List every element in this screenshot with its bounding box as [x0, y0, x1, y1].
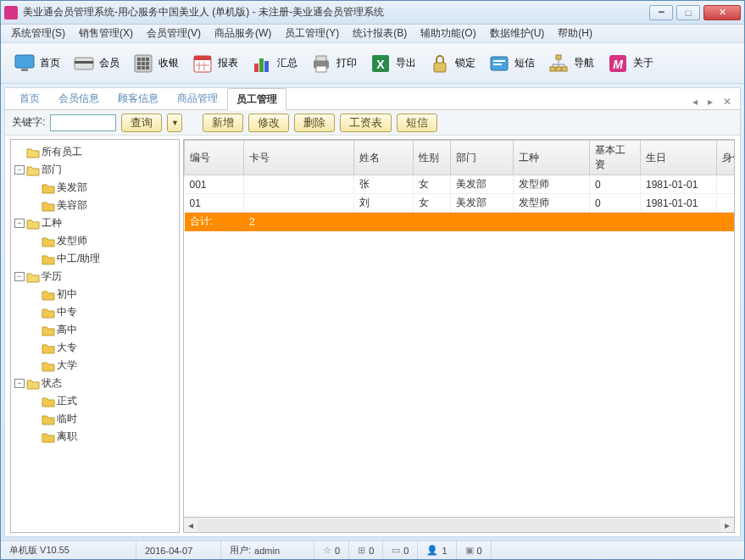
menu-item-2[interactable]: 会员管理(V) — [142, 25, 206, 42]
svg-rect-20 — [259, 58, 264, 72]
column-header-5[interactable]: 工种 — [514, 141, 590, 175]
toolbar-excel[interactable]: X导出 — [364, 48, 421, 79]
minimize-button[interactable]: ━ — [649, 5, 673, 20]
folder-icon — [42, 182, 55, 194]
column-header-2[interactable]: 姓名 — [354, 141, 414, 175]
tab-3[interactable]: 商品管理 — [168, 87, 227, 109]
toolbar-keypad[interactable]: 收银 — [126, 48, 184, 79]
svg-rect-32 — [550, 67, 555, 71]
toolbar-lock[interactable]: 锁定 — [423, 48, 481, 79]
tree-leaf-0-1[interactable]: 美容部 — [30, 197, 175, 214]
svg-rect-19 — [254, 64, 259, 72]
svg-rect-11 — [137, 66, 141, 69]
action-button-1[interactable]: 修改 — [248, 114, 289, 132]
folder-open-icon — [26, 147, 40, 158]
column-header-8[interactable]: 身份证 — [717, 141, 736, 175]
status-stat-2: ▭0 — [383, 541, 418, 559]
tree-leaf-2-4[interactable]: 大学 — [30, 357, 175, 374]
tab-next-icon[interactable]: ▸ — [704, 94, 716, 109]
tab-close-icon[interactable]: ✕ — [720, 94, 735, 109]
tree-leaf-3-2[interactable]: 离职 — [30, 428, 175, 446]
tree-leaf-3-1[interactable]: 临时 — [30, 410, 175, 428]
query-dropdown-icon[interactable]: ▼ — [167, 114, 182, 132]
table-row[interactable]: 001张女美发部发型师01981-01-01 — [185, 175, 736, 194]
toolbar-printer[interactable]: 打印 — [304, 48, 362, 79]
toolbar-about[interactable]: M关于 — [601, 48, 659, 79]
toolbar: 首页会员收银报表汇总打印X导出锁定短信导航M关于 — [1, 43, 744, 84]
maximize-button[interactable]: □ — [676, 5, 700, 20]
tree-panel[interactable]: 所有员工−部门美发部美容部−工种发型师中工/助理−学历初中中专高中大专大学−状态… — [10, 139, 180, 533]
column-header-3[interactable]: 性别 — [414, 141, 451, 175]
horizontal-scrollbar[interactable]: ◂ ▸ — [183, 518, 735, 533]
status-version: 单机版 V10.55 — [1, 541, 136, 559]
table-row[interactable]: 01刘女美发部发型师01981-01-01 — [185, 194, 736, 213]
tab-4[interactable]: 员工管理 — [227, 88, 286, 110]
column-header-6[interactable]: 基本工资 — [590, 141, 641, 175]
collapse-icon[interactable]: − — [14, 165, 25, 175]
column-header-0[interactable]: 编号 — [185, 141, 244, 175]
menu-item-3[interactable]: 商品服务(W) — [209, 25, 276, 42]
tab-2[interactable]: 顾客信息 — [108, 87, 168, 109]
menu-item-0[interactable]: 系统管理(S) — [6, 25, 70, 42]
action-button-3[interactable]: 工资表 — [340, 114, 392, 132]
window-controls: ━ □ ✕ — [649, 5, 741, 20]
query-button[interactable]: 查询 — [121, 114, 162, 132]
tree-group-3[interactable]: −状态 — [14, 374, 175, 392]
sms-icon — [487, 52, 511, 75]
menu-item-6[interactable]: 辅助功能(O) — [415, 25, 481, 42]
toolbar-calendar[interactable]: 报表 — [186, 48, 243, 79]
printer-icon — [309, 52, 333, 75]
tree-group-0[interactable]: −部门 — [14, 161, 175, 179]
tree-leaf-2-0[interactable]: 初中 — [30, 286, 175, 303]
collapse-icon[interactable]: − — [14, 219, 25, 228]
toolbar-bars[interactable]: 汇总 — [245, 48, 303, 79]
tree-leaf-2-1[interactable]: 中专 — [30, 303, 175, 321]
tree-leaf-0-0[interactable]: 美发部 — [30, 179, 175, 197]
action-button-2[interactable]: 删除 — [294, 114, 335, 132]
folder-icon — [26, 378, 40, 390]
svg-rect-13 — [146, 66, 149, 69]
toolbar-sitemap[interactable]: 导航 — [542, 48, 599, 79]
toolbar-sms[interactable]: 短信 — [482, 48, 540, 79]
tree-leaf-1-0[interactable]: 发型师 — [30, 232, 175, 250]
svg-rect-33 — [556, 67, 561, 71]
monitor-icon — [13, 52, 36, 75]
action-button-4[interactable]: 短信 — [397, 114, 437, 132]
folder-icon — [26, 164, 40, 176]
employee-table-wrap[interactable]: 编号卡号姓名性别部门工种基本工资生日身份证 001张女美发部发型师01981-0… — [183, 139, 735, 518]
scroll-left-icon[interactable]: ◂ — [184, 519, 197, 531]
tab-1[interactable]: 会员信息 — [49, 87, 108, 109]
tab-prev-icon[interactable]: ◂ — [689, 94, 701, 109]
menu-item-1[interactable]: 销售管理(X) — [74, 25, 138, 42]
about-icon: M — [606, 52, 630, 75]
status-user: 用户: admin — [221, 541, 314, 559]
action-button-0[interactable]: 新增 — [203, 114, 243, 132]
svg-text:M: M — [613, 58, 623, 71]
tree-group-1[interactable]: −工种 — [14, 214, 175, 232]
collapse-icon[interactable]: − — [14, 379, 25, 388]
keyword-input[interactable] — [50, 114, 116, 131]
tree-group-2[interactable]: −学历 — [14, 268, 175, 286]
tree-leaf-2-2[interactable]: 高中 — [30, 321, 175, 339]
column-header-4[interactable]: 部门 — [451, 141, 514, 175]
column-header-1[interactable]: 卡号 — [244, 141, 354, 175]
menu-item-7[interactable]: 数据维护(U) — [485, 25, 550, 42]
tree-root[interactable]: 所有员工 — [14, 143, 175, 161]
menu-item-8[interactable]: 帮助(H) — [553, 25, 598, 42]
toolbar-monitor[interactable]: 首页 — [8, 48, 65, 79]
keyword-label: 关键字: — [12, 115, 45, 130]
collapse-icon[interactable]: − — [14, 272, 25, 281]
close-button[interactable]: ✕ — [703, 5, 741, 20]
toolbar-card[interactable]: 会员 — [67, 48, 125, 79]
menu-item-5[interactable]: 统计报表(B) — [347, 25, 412, 42]
tab-0[interactable]: 首页 — [10, 87, 49, 109]
column-header-7[interactable]: 生日 — [641, 141, 717, 175]
tree-leaf-2-3[interactable]: 大专 — [30, 339, 175, 357]
scroll-right-icon[interactable]: ▸ — [720, 519, 734, 531]
menu-item-4[interactable]: 员工管理(Y) — [280, 25, 344, 42]
tab-controls: ◂ ▸ ✕ — [689, 94, 735, 109]
scroll-track[interactable] — [197, 519, 720, 531]
tree-leaf-1-1[interactable]: 中工/助理 — [30, 250, 175, 268]
folder-icon — [42, 236, 55, 247]
tree-leaf-3-0[interactable]: 正式 — [30, 392, 175, 410]
